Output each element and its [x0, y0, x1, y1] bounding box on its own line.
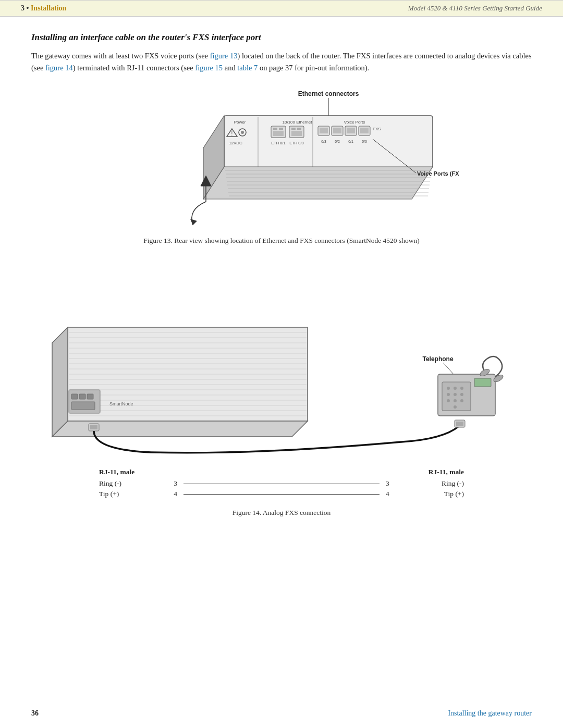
figure15-link[interactable]: figure 15 [195, 64, 223, 72]
figure13-svg: Ethernet connectors Power ! 12VDC 10/100… [104, 84, 459, 230]
svg-rect-29 [360, 128, 369, 133]
figure14-container: SmartNode Telephone [31, 265, 532, 527]
svg-rect-13 [273, 131, 284, 136]
figure14-diagram: SmartNode Telephone [47, 265, 516, 463]
svg-marker-50 [52, 327, 68, 437]
svg-point-90 [460, 399, 463, 402]
header-guide-title: Model 4520 & 4110 Series Getting Started… [408, 4, 542, 13]
svg-rect-70 [71, 394, 78, 399]
page-header: 3 • Installation Model 4520 & 4110 Serie… [0, 0, 563, 17]
svg-rect-27 [347, 128, 355, 133]
svg-point-89 [454, 399, 457, 402]
body-text-5: on page 37 for pin-out information). [258, 64, 369, 72]
body-text-4: and [223, 64, 237, 72]
ethernet-connectors-label: Ethernet connectors [298, 90, 359, 97]
rj11-ring-left-text: Ring (-) [99, 479, 162, 488]
table7-link[interactable]: table 7 [237, 64, 258, 72]
rj11-tip-right-num: 4 [386, 490, 401, 498]
rj11-headers: RJ-11, male RJ-11, male [99, 468, 464, 476]
svg-text:0/3: 0/3 [321, 140, 326, 143]
svg-text:Power: Power [234, 120, 246, 125]
figure13-diagram: Ethernet connectors Power ! 12VDC 10/100… [104, 84, 459, 232]
figure14-caption: Figure 14. Analog FXS connection [232, 509, 331, 517]
page-footer: 36 Installing the gateway router [0, 709, 563, 718]
svg-rect-15 [291, 128, 296, 130]
svg-point-88 [447, 399, 450, 402]
svg-text:ETH 0/1: ETH 0/1 [271, 141, 286, 145]
body-text-3: ) terminated with RJ-11 connectors (see [73, 64, 195, 72]
svg-rect-73 [71, 402, 95, 410]
header-bullet: • [27, 4, 31, 12]
svg-rect-72 [87, 394, 93, 399]
svg-marker-48 [190, 219, 197, 225]
svg-point-85 [447, 393, 450, 396]
svg-text:12VDC: 12VDC [229, 141, 242, 145]
body-paragraph: The gateway comes with at least two FXS … [31, 50, 532, 74]
svg-point-84 [460, 387, 463, 390]
telephone-label: Telephone [422, 355, 453, 363]
figure14-svg: SmartNode Telephone [47, 265, 516, 463]
header-section: Installation [31, 4, 66, 12]
rj11-ring-left-num: 3 [162, 479, 177, 488]
figure14-link[interactable]: figure 14 [45, 64, 73, 72]
svg-text:FXS: FXS [373, 127, 381, 131]
main-content: Installing an interface cable on the rou… [0, 17, 563, 548]
svg-rect-71 [79, 394, 85, 399]
svg-text:10/100 Ethernet: 10/100 Ethernet [283, 120, 313, 125]
svg-point-86 [454, 393, 457, 396]
svg-point-91 [454, 405, 457, 409]
svg-text:Voice Ports: Voice Ports [344, 120, 365, 125]
body-text-1: The gateway comes with at least two FXS … [31, 52, 210, 60]
page-number: 36 [31, 709, 39, 718]
svg-rect-25 [333, 128, 341, 133]
rj11-row-tip: Tip (+) 4 4 Tip (+) [99, 490, 464, 498]
chapter-number: 3 [21, 4, 25, 12]
svg-rect-16 [297, 128, 301, 130]
svg-text:0/2: 0/2 [335, 140, 340, 143]
rj11-tip-left-text: Tip (+) [99, 490, 162, 498]
rj11-tip-left-num: 4 [162, 490, 177, 498]
svg-rect-1 [224, 116, 433, 168]
rj11-tip-line [183, 494, 380, 495]
svg-text:ETH 0/0: ETH 0/0 [289, 141, 304, 145]
svg-text:!: ! [231, 131, 233, 137]
header-chapter-section: 3 • Installation [21, 4, 66, 13]
svg-text:SmartNode: SmartNode [109, 401, 133, 406]
rj11-left-header: RJ-11, male [99, 468, 134, 476]
figure13-container: Ethernet connectors Power ! 12VDC 10/100… [31, 84, 532, 255]
section-title: Installing an interface cable on the rou… [31, 32, 532, 43]
svg-rect-11 [273, 128, 277, 130]
rj11-ring-right-num: 3 [386, 479, 401, 488]
svg-rect-76 [90, 425, 97, 429]
rj11-right-header: RJ-11, male [429, 468, 464, 476]
svg-line-79 [443, 363, 454, 374]
svg-point-87 [460, 393, 463, 396]
rj11-ring-right-text: Ring (-) [401, 479, 464, 488]
svg-rect-92 [474, 378, 491, 387]
voice-ports-label: Voice Ports (FXS) [417, 170, 459, 177]
svg-rect-23 [320, 128, 328, 133]
svg-rect-17 [291, 131, 302, 136]
svg-point-82 [447, 387, 450, 390]
svg-point-83 [454, 387, 457, 390]
svg-rect-78 [456, 422, 463, 426]
figure13-caption: Figure 13. Rear view showing location of… [143, 237, 419, 245]
footer-link[interactable]: Installing the gateway router [448, 709, 532, 718]
svg-point-6 [241, 131, 244, 134]
rj11-row-ring: Ring (-) 3 3 Ring (-) [99, 479, 464, 488]
rj11-section: RJ-11, male RJ-11, male Ring (-) 3 3 Rin… [99, 468, 464, 500]
svg-text:0/0: 0/0 [362, 140, 367, 143]
rj11-tip-right-text: Tip (+) [401, 490, 464, 498]
svg-text:0/1: 0/1 [348, 140, 353, 143]
rj11-ring-line [183, 484, 380, 484]
svg-marker-35 [203, 167, 433, 199]
figure13-link[interactable]: figure 13 [210, 52, 238, 60]
svg-rect-12 [279, 128, 283, 130]
